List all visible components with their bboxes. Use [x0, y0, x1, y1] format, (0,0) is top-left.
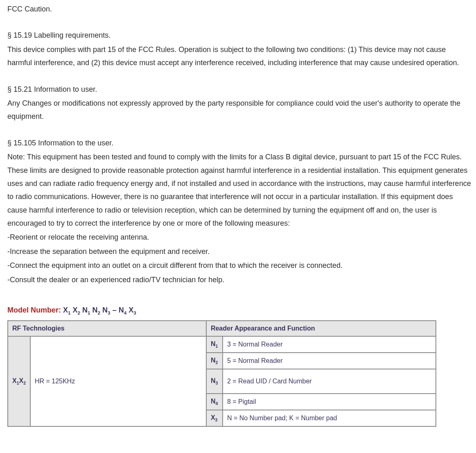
cell-value: 8 = Pigtail [223, 394, 436, 410]
section-1521-body: Any Changes or modifications not express… [7, 97, 471, 123]
section-1521-title: § 15.21 Information to user. [7, 83, 471, 96]
table-row: X1X2HR = 125KHzN13 = Normal Reader [8, 336, 436, 353]
spacer [7, 124, 471, 136]
section-1519-title: § 15.19 Labelling requirements. [7, 29, 471, 42]
cell-value: 5 = Normal Reader [223, 353, 436, 369]
section-1519-body: This device complies with part 15 of the… [7, 43, 471, 70]
cell-key: N2 [206, 353, 223, 369]
measure-3: -Connect the equipment into an outlet on… [7, 259, 471, 272]
model-number-line: Model Number: X1 X2 N1 N2 N3 – N4 X3 [7, 304, 471, 317]
measure-2: -Increase the separation between the equ… [7, 245, 471, 258]
cell-hr-value: HR = 125KHz [30, 336, 206, 426]
cell-value: N = No Number pad; K = Number pad [223, 410, 436, 426]
cell-value: 3 = Normal Reader [223, 336, 436, 353]
section-15105-body: Note: This equipment has been tested and… [7, 150, 471, 230]
table-header-row: RF Technologies Reader Appearance and Fu… [8, 321, 436, 337]
header-rf-technologies: RF Technologies [8, 321, 206, 337]
cell-value: 2 = Read UID / Card Number [223, 369, 436, 394]
fcc-caution-line: FCC Caution. [7, 2, 471, 16]
cell-key: N3 [206, 369, 223, 394]
cell-key: N1 [206, 336, 223, 353]
model-number-value: X1 X2 N1 N2 N3 – N4 X3 [63, 306, 136, 314]
section-15105-title: § 15.105 Information to the user. [7, 136, 471, 149]
cell-key: N4 [206, 394, 223, 410]
measure-4: -Consult the dealer or an experienced ra… [7, 273, 471, 286]
spacer [7, 16, 471, 29]
measure-1: -Reorient or relocate the receiving ante… [7, 231, 471, 244]
model-number-label: Model Number: [7, 306, 63, 314]
header-reader-appearance: Reader Appearance and Function [206, 321, 436, 337]
rf-technologies-table: RF Technologies Reader Appearance and Fu… [7, 320, 436, 427]
cell-key: X3 [206, 410, 223, 426]
spacer [7, 70, 471, 83]
cell-x1x2: X1X2 [8, 336, 30, 426]
